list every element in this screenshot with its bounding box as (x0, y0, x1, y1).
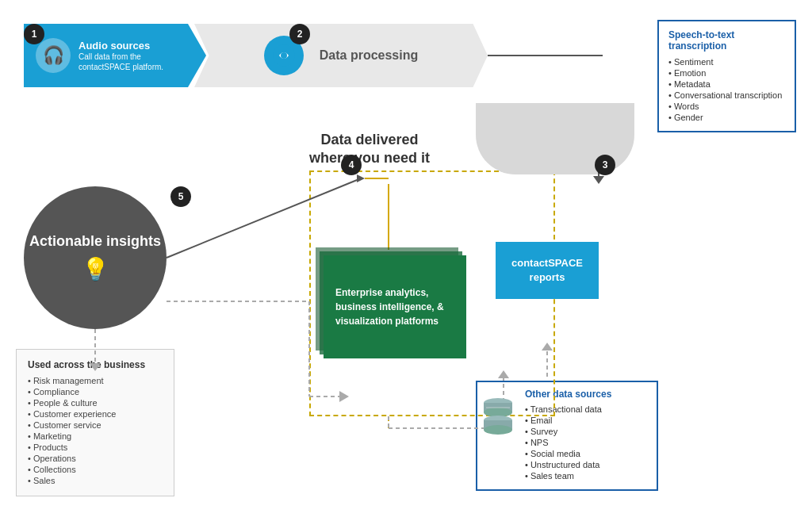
step1-title: Audio sources (79, 40, 174, 52)
speech-to-text-box: Speech-to-text transcription Sentiment E… (657, 20, 796, 132)
analytics-label: Enterprise analytics, business intellige… (335, 285, 454, 328)
speech-box-title: Speech-to-text transcription (668, 29, 785, 52)
svg-point-28 (484, 425, 512, 435)
step2-label: Data processing (320, 48, 418, 63)
list-item: Social media (525, 448, 647, 459)
lightbulb-icon: 💡 (82, 256, 109, 282)
cylinder-icon (482, 396, 514, 440)
insights-circle: Actionable insights 💡 (24, 186, 167, 329)
step2-arrow: Data processing (194, 24, 488, 87)
badge-4: 4 (341, 155, 362, 175)
list-item: Compliance (28, 386, 163, 397)
list-item: Emotion (668, 67, 785, 79)
headset-icon: 🎧 (36, 38, 71, 73)
step1-arrow: 🎧 Audio sources Call data from the conta… (24, 24, 206, 87)
list-item: People & culture (28, 397, 163, 408)
analytics-stack: Enterprise analytics, business intellige… (324, 255, 466, 358)
list-item: Customer experience (28, 408, 163, 419)
step1-text-block: Audio sources Call data from the contact… (79, 40, 174, 72)
business-box: Used across the business Risk management… (16, 349, 174, 496)
badge-3: 3 (595, 155, 615, 175)
reports-label: contactSPACE reports (505, 256, 589, 285)
svg-point-22 (281, 52, 287, 59)
list-item: Metadata (668, 79, 785, 90)
list-item: Sentiment (668, 56, 785, 67)
list-item: Survey (525, 426, 647, 437)
badge-5: 5 (170, 186, 191, 207)
database-cylinders (482, 396, 514, 440)
svg-marker-3 (593, 176, 604, 184)
list-item: Products (28, 442, 163, 453)
diagram: 🎧 Audio sources Call data from the conta… (0, 0, 812, 521)
list-item: Unstructured data (525, 459, 647, 470)
list-item: Sales team (525, 470, 647, 481)
list-item: Risk management (28, 375, 163, 386)
list-item: Sales (28, 475, 163, 486)
list-item: Gender (668, 112, 785, 123)
badge-2: 2 (289, 24, 310, 44)
list-item: Words (668, 101, 785, 112)
reports-box: contactSPACE reports (496, 242, 599, 299)
speech-box-list: Sentiment Emotion Metadata Conversationa… (668, 56, 785, 123)
list-item: Operations (28, 453, 163, 464)
list-item: Conversational transcription (668, 90, 785, 101)
business-title: Used across the business (28, 359, 163, 370)
step1-subtitle: Call data from the contactSPACE platform… (79, 52, 174, 72)
insights-title: Actionable insights (29, 233, 161, 251)
list-item: Customer service (28, 419, 163, 431)
list-item: NPS (525, 437, 647, 448)
badge-1: 1 (24, 24, 44, 44)
list-item: Collections (28, 464, 163, 475)
data-delivered-heading: Data delivered where you need it (309, 131, 430, 168)
business-list: Risk management Compliance People & cult… (28, 375, 163, 486)
list-item: Marketing (28, 431, 163, 442)
list-item: Email (525, 415, 647, 426)
